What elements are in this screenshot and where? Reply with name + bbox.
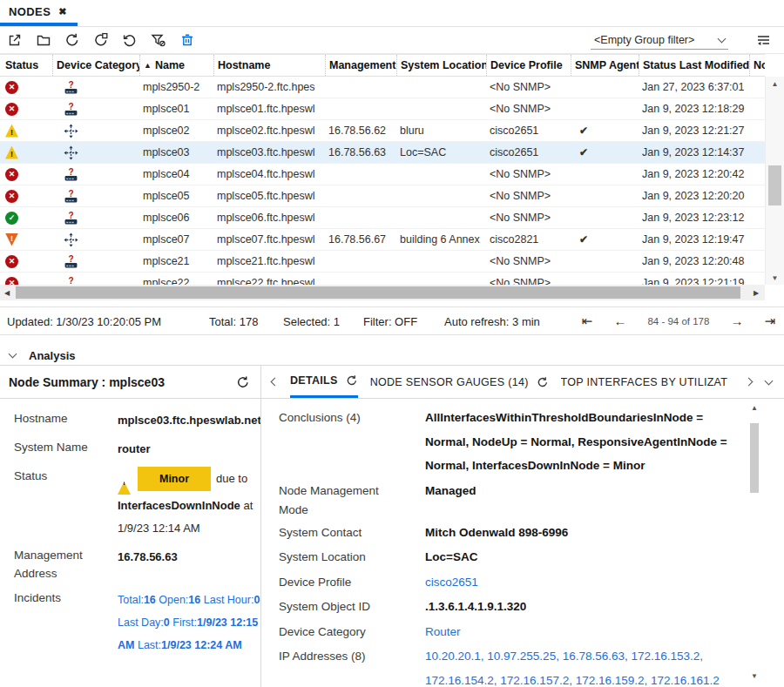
scroll-down-icon[interactable]: ▼ xyxy=(766,271,784,285)
tab-scroll-right-icon[interactable] xyxy=(745,378,754,387)
cell-device-profile: cisco2651 xyxy=(486,142,571,163)
tab-list-menu-icon[interactable] xyxy=(765,376,774,385)
table-row[interactable]: ? mplsce04 mplsce04.ftc.hpeswl <No SNMP>… xyxy=(0,164,765,185)
status-icon xyxy=(5,255,18,268)
cell-hostname: mplsce02.ftc.hpeswl xyxy=(213,120,325,141)
horizontal-scroll-thumb[interactable] xyxy=(16,286,740,299)
table-row[interactable]: ? mplsce01 mplsce01.ftc.hpeswl <No SNMP>… xyxy=(0,98,765,120)
table-header: Status Device Category ▲Name Hostname Ma… xyxy=(0,54,765,77)
svg-text:?: ? xyxy=(68,189,73,199)
cell-hostname: mplsce22.ftc.hpeswl xyxy=(213,273,325,285)
tab-node-sensor-gauges[interactable]: NODE SENSOR GAUGES (14) xyxy=(370,366,549,398)
remove-filter-button[interactable] xyxy=(150,31,167,49)
device-category-icon: ? xyxy=(64,124,78,138)
device-category-icon: ? xyxy=(64,80,78,95)
open-button[interactable] xyxy=(35,31,52,49)
refresh-group-button[interactable] xyxy=(92,31,110,49)
snmp-agent-check: ✔ xyxy=(571,229,639,250)
table-row[interactable]: ? mplsce21 mplsce21.ftc.hpeswl <No SNMP>… xyxy=(0,251,765,273)
details-vertical-scrollbar[interactable]: ▲ ▼ xyxy=(747,402,761,681)
table-row[interactable]: ? mplsce03 mplsce03.ftc.hpeswl 16.78.56.… xyxy=(0,142,765,164)
cell-system-location xyxy=(396,98,486,119)
delete-button[interactable] xyxy=(179,31,196,49)
node-summary-refresh-button[interactable] xyxy=(236,375,250,389)
cell-device-profile: cisco2821 xyxy=(486,229,571,250)
table-horizontal-scrollbar[interactable]: ◀ ▶ xyxy=(0,285,765,300)
scroll-left-icon[interactable]: ◀ xyxy=(0,285,14,300)
cell-system-location xyxy=(396,77,486,98)
cell-name: mplsce21 xyxy=(139,251,213,272)
ip-addresses-links[interactable]: 10.20.20.1, 10.97.255.25, 16.78.56.63, 1… xyxy=(425,644,739,687)
scroll-right-icon[interactable]: ▶ xyxy=(749,285,763,300)
refresh-button[interactable] xyxy=(64,31,81,49)
close-icon[interactable]: ✖ xyxy=(58,6,67,17)
device-category-icon: ? xyxy=(64,276,78,286)
cell-device-profile: <No SNMP> xyxy=(486,207,571,228)
scroll-up-icon[interactable]: ▲ xyxy=(747,402,761,413)
tab-top-interfaces-by-utilization[interactable]: TOP INTERFACES BY UTILIZATION xyxy=(561,366,728,398)
previous-page-icon[interactable]: ← xyxy=(613,314,626,327)
svg-text:?: ? xyxy=(68,102,73,111)
cell-system-location xyxy=(396,164,486,185)
vertical-scroll-thumb[interactable] xyxy=(750,423,759,493)
undo-button[interactable] xyxy=(121,31,139,49)
tab-nodes[interactable]: NODES ✖ xyxy=(0,0,78,26)
analysis-panel: Node Summary : mplsce03 Hostname mplsce0… xyxy=(0,366,784,687)
details-panel: DETAILS NODE SENSOR GAUGES (14) TOP INTE… xyxy=(261,366,784,687)
column-header-status-last-modified[interactable]: Status Last Modified xyxy=(639,55,749,76)
scroll-down-icon[interactable]: ▼ xyxy=(747,670,761,681)
cell-management xyxy=(325,207,396,228)
cell-management: 16.78.56.63 xyxy=(325,142,396,163)
cell-device-profile: <No SNMP> xyxy=(486,77,571,98)
column-header-device-profile[interactable]: Device Profile xyxy=(486,55,571,76)
cell-hostname: mplsce21.ftc.hpeswl xyxy=(213,251,325,272)
cell-hostname: mplsce04.ftc.hpeswl xyxy=(213,164,325,185)
table-row[interactable]: ? mplsce02 mplsce02.ftc.hpeswl 16.78.56.… xyxy=(0,120,765,142)
column-header-hostname[interactable]: Hostname xyxy=(213,55,325,76)
column-header-management[interactable]: Management xyxy=(325,55,396,76)
incidents-summary-link[interactable]: Total:16 Open:16 Last Hour:0 Last Day:0 … xyxy=(118,589,261,657)
svg-text:?: ? xyxy=(68,211,73,220)
device-category-icon: ? xyxy=(64,167,78,182)
table-row[interactable]: ? mplsce07 mplsce07.ftc.hpeswl 16.78.56.… xyxy=(0,229,765,251)
table-status-bar: Updated: 1/30/23 10:20:05 PM Total: 178 … xyxy=(0,306,784,335)
column-header-snmp-agent[interactable]: SNMP Agent xyxy=(571,55,639,76)
severity-badge: Minor xyxy=(138,467,211,491)
analysis-collapse-header[interactable]: Analysis xyxy=(0,346,784,366)
table-row[interactable]: ? mplsce22 mplsce22.ftc.hpeswl <No SNMP>… xyxy=(0,273,765,285)
column-header-notes[interactable]: No xyxy=(749,55,765,76)
refresh-icon xyxy=(537,376,549,388)
tab-details[interactable]: DETAILS xyxy=(290,366,358,398)
vertical-scroll-thumb[interactable] xyxy=(768,165,781,205)
group-filter-dropdown[interactable]: <Empty Group filter> xyxy=(591,31,728,50)
field-management-address: Management Address 16.78.56.63 xyxy=(14,546,253,583)
cell-management xyxy=(325,77,396,98)
table-row[interactable]: ? mplsce05 mplsce05.ftc.hpeswl <No SNMP>… xyxy=(0,185,765,207)
snmp-agent-check xyxy=(571,185,639,206)
last-page-icon[interactable]: ⇥ xyxy=(764,314,775,327)
column-header-name[interactable]: ▲Name xyxy=(139,55,213,76)
next-page-icon[interactable]: → xyxy=(730,314,743,327)
status-icon xyxy=(5,233,18,246)
column-header-device-category[interactable]: Device Category xyxy=(52,55,139,76)
detail-conclusions: Conclusions (4) AllInterfacesWithinThres… xyxy=(279,406,784,478)
status-icon xyxy=(5,190,18,203)
tab-scroll-left-icon[interactable] xyxy=(271,378,280,387)
table-row[interactable]: ? mpls2950-2 mpls2950-2.ftc.hpes <No SNM… xyxy=(0,77,765,98)
first-page-icon[interactable]: ⇤ xyxy=(582,314,593,327)
snmp-agent-check xyxy=(571,251,639,272)
snmp-agent-check xyxy=(571,77,639,98)
device-category-link[interactable]: Router xyxy=(425,620,739,644)
device-profile-link[interactable]: cisco2651 xyxy=(425,570,739,595)
table-vertical-scrollbar[interactable]: ▲ ▼ xyxy=(765,77,784,285)
view-menu-button[interactable] xyxy=(754,31,772,49)
column-header-status[interactable]: Status xyxy=(0,55,52,76)
table-row[interactable]: ? mplsce06 mplsce06.ftc.hpeswl <No SNMP>… xyxy=(0,207,765,229)
detail-system-location: System Location Loc=SAC xyxy=(279,545,784,569)
snmp-agent-check xyxy=(571,273,639,285)
scroll-up-icon[interactable]: ▲ xyxy=(766,77,784,91)
column-header-system-location[interactable]: System Location xyxy=(396,55,486,76)
open-in-new-window-button[interactable] xyxy=(6,31,24,49)
tab-bar: NODES ✖ xyxy=(0,0,784,27)
hostname-value: mplsce03.ftc.hpeswlab.net xyxy=(118,409,261,432)
